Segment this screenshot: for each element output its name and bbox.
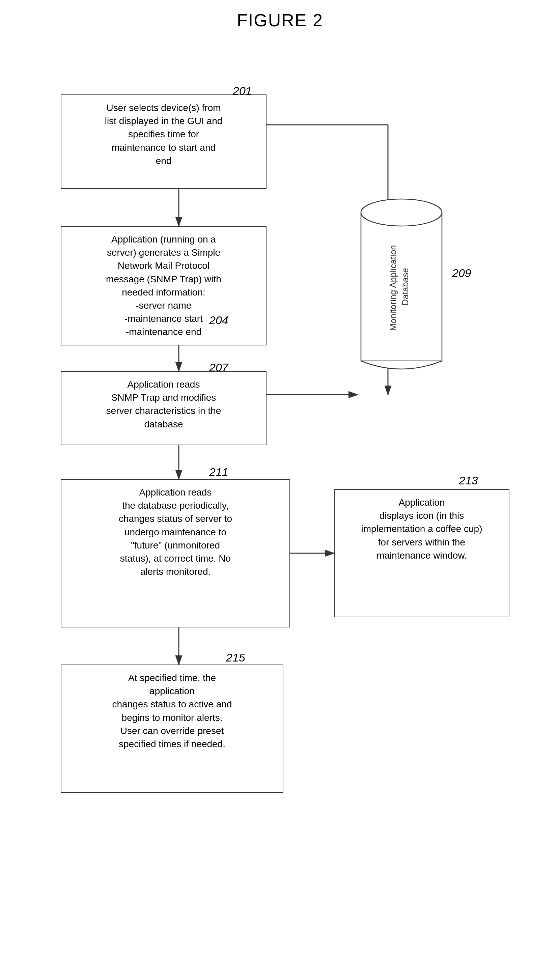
- box-201-label: User selects device(s) from list display…: [105, 103, 223, 166]
- page-title: FIGURE 2: [0, 0, 560, 30]
- ref-213: 213: [459, 474, 478, 487]
- svg-point-13: [361, 199, 442, 226]
- ref-204: 204: [209, 314, 228, 327]
- box-213-label: Application displays icon (in this imple…: [361, 497, 482, 561]
- box-215-label: At specified time, the application chang…: [112, 673, 232, 749]
- box-215: At specified time, the application chang…: [61, 665, 283, 793]
- ref-201: 201: [233, 84, 252, 97]
- box-204: Application (running on a server) genera…: [61, 226, 267, 346]
- box-204-label: Application (running on a server) genera…: [106, 234, 221, 337]
- ref-215: 215: [226, 651, 245, 664]
- database-209: Monitoring Application Database: [358, 192, 445, 381]
- box-207: Application reads SNMP Trap and modifies…: [61, 371, 267, 445]
- box-213: Application displays icon (in this imple…: [334, 489, 509, 617]
- box-207-label: Application reads SNMP Trap and modifies…: [106, 379, 221, 430]
- box-211: Application reads the database periodica…: [61, 479, 290, 627]
- ref-211: 211: [209, 466, 228, 479]
- ref-207: 207: [209, 361, 228, 374]
- ref-209: 209: [452, 266, 471, 280]
- box-211-label: Application reads the database periodica…: [119, 487, 232, 577]
- box-201: User selects device(s) from list display…: [61, 94, 267, 189]
